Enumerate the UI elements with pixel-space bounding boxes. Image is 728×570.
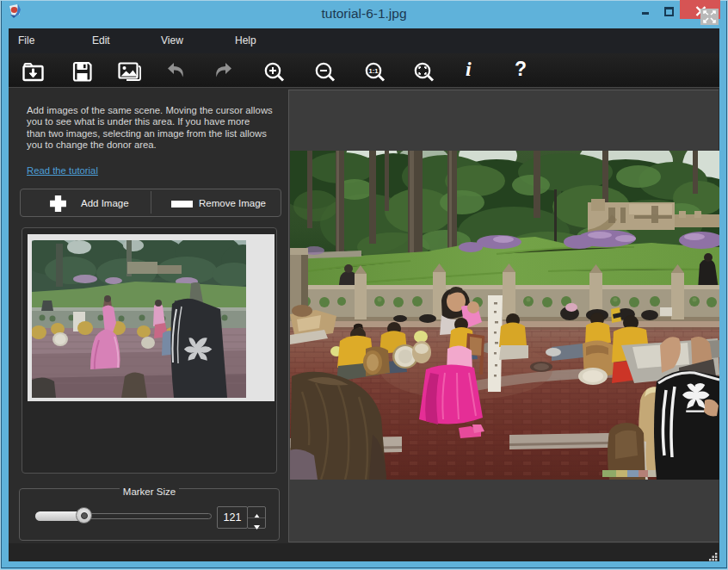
- svg-text:1:1: 1:1: [369, 67, 379, 75]
